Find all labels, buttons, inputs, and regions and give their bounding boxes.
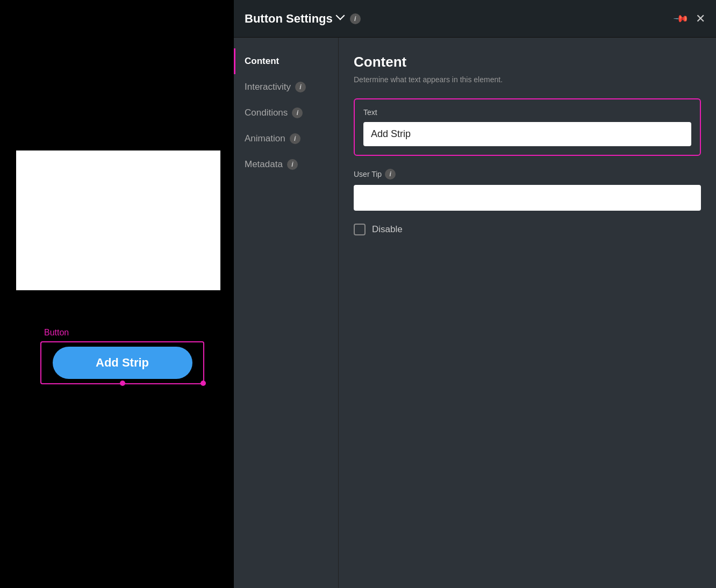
- nav-sidebar: Content Interactivity i Conditions i Ani…: [234, 38, 339, 588]
- content-section-desc: Determine what text appears in this elem…: [354, 75, 701, 85]
- conditions-info-icon[interactable]: i: [292, 107, 303, 118]
- text-field-label: Text: [363, 108, 691, 117]
- metadata-info-icon[interactable]: i: [287, 159, 298, 170]
- right-panel: Button Settings i 📌 ✕ Content Interactiv…: [234, 0, 716, 588]
- animation-info-icon[interactable]: i: [290, 133, 300, 144]
- sidebar-item-metadata-label: Metadata: [245, 159, 283, 170]
- sidebar-item-content-label: Content: [245, 56, 279, 67]
- chevron-down-icon[interactable]: [337, 15, 346, 23]
- text-field-section: Text: [354, 98, 701, 156]
- canvas-white-area: Button Add Strip: [16, 150, 220, 290]
- user-tip-label-row: User Tip i: [354, 169, 701, 180]
- pin-icon[interactable]: 📌: [672, 10, 689, 27]
- button-element-label: Button: [44, 328, 69, 338]
- content-panel: Content Determine what text appears in t…: [339, 38, 716, 588]
- user-tip-input[interactable]: [354, 185, 701, 211]
- sidebar-item-metadata[interactable]: Metadata i: [234, 152, 338, 177]
- sidebar-item-animation-label: Animation: [245, 133, 285, 144]
- header-info-icon[interactable]: i: [350, 13, 361, 24]
- panel-header: Button Settings i 📌 ✕: [234, 0, 716, 38]
- user-tip-field-group: User Tip i: [354, 169, 701, 211]
- canvas-area: Button Add Strip: [0, 0, 234, 588]
- user-tip-label: User Tip: [354, 170, 382, 178]
- panel-body: Content Interactivity i Conditions i Ani…: [234, 38, 716, 588]
- user-tip-info-icon[interactable]: i: [385, 169, 396, 180]
- sidebar-item-conditions-label: Conditions: [245, 107, 288, 118]
- sidebar-item-interactivity-label: Interactivity: [245, 82, 291, 92]
- interactivity-info-icon[interactable]: i: [295, 82, 306, 92]
- content-section-title: Content: [354, 54, 701, 70]
- sidebar-item-conditions[interactable]: Conditions i: [234, 100, 338, 126]
- panel-title: Button Settings i: [245, 12, 361, 26]
- handle-dot-bm[interactable]: [120, 381, 125, 386]
- sidebar-item-interactivity[interactable]: Interactivity i: [234, 74, 338, 100]
- preview-button-wrapper: Add Strip: [40, 341, 204, 384]
- close-icon[interactable]: ✕: [696, 13, 705, 25]
- disable-label: Disable: [372, 224, 403, 235]
- disable-checkbox[interactable]: [354, 224, 366, 235]
- text-input[interactable]: [363, 122, 691, 146]
- panel-title-text: Button Settings: [245, 12, 333, 26]
- disable-checkbox-row: Disable: [354, 224, 701, 235]
- sidebar-item-animation[interactable]: Animation i: [234, 126, 338, 152]
- handle-dot-br[interactable]: [201, 381, 206, 386]
- preview-button[interactable]: Add Strip: [53, 347, 192, 379]
- sidebar-item-content[interactable]: Content: [234, 48, 338, 74]
